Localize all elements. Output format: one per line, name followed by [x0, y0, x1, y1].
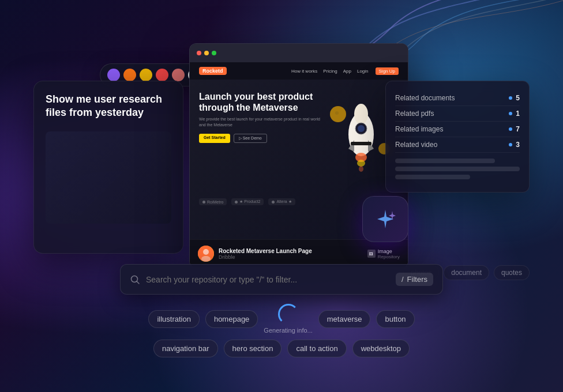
website-hero: Launch your best product through the Met… — [190, 80, 408, 195]
website-info-left: Rocketed Metaverse Launch Page Dribble — [198, 246, 312, 262]
search-input[interactable] — [146, 275, 390, 284]
svg-point-5 — [357, 160, 365, 167]
nav-link-1: How it works — [291, 69, 317, 74]
svg-point-1 — [354, 104, 368, 125]
related-item-2: Related images 7 — [395, 122, 520, 137]
search-icon — [130, 274, 140, 285]
tags-row: illustration homepage Generating info...… — [120, 304, 443, 334]
tag-button[interactable]: button — [376, 310, 414, 328]
loading-spinner — [278, 304, 299, 325]
related-pdfs-label: Related pdfs — [395, 110, 434, 118]
svg-point-14 — [132, 276, 138, 282]
website-nav: Rocketd How it works Pricing App Login S… — [190, 62, 408, 80]
related-dot-0 — [509, 96, 512, 100]
website-hero-title: Launch your best product through the Met… — [199, 91, 324, 113]
related-docs-count: 5 — [516, 94, 520, 102]
blur-line-3 — [395, 175, 470, 179]
related-video-count: 3 — [516, 141, 520, 149]
left-card: Show me user research files from yesterd… — [33, 81, 183, 254]
related-docs-label: Related documents — [395, 94, 455, 102]
svg-point-6 — [359, 166, 363, 172]
filter-button[interactable]: / Filters — [396, 273, 433, 286]
tag-webdesktop[interactable]: webdesktop — [352, 340, 410, 357]
svg-point-3 — [358, 125, 365, 132]
related-dot-3 — [509, 143, 512, 146]
browser-dots — [197, 51, 216, 55]
color-dot-3 — [140, 69, 152, 81]
left-card-title: Show me user research files from yesterd… — [46, 93, 171, 120]
browser-dot-red — [197, 51, 201, 55]
filter-slash: / — [401, 275, 404, 284]
browser-dot-green — [212, 51, 216, 55]
website-info-right: 🖼 Image Repository — [367, 248, 400, 259]
info-source: Dribble — [219, 254, 312, 260]
svg-point-12 — [203, 249, 209, 255]
info-title: Rocketed Metaverse Launch Page — [219, 248, 312, 254]
svg-point-13 — [201, 256, 211, 262]
info-right-label: Image Repository — [378, 248, 400, 259]
related-item-3: Related video 3 — [395, 137, 520, 153]
tag-homepage[interactable]: homepage — [205, 310, 258, 328]
related-images-label: Related images — [395, 125, 443, 133]
tag-illustration[interactable]: illustration — [148, 310, 200, 328]
website-cta-primary[interactable]: Get Started — [199, 134, 230, 143]
website-hero-text: Launch your best product through the Met… — [199, 91, 324, 143]
ai-icon-card — [362, 196, 408, 242]
blurred-text-area — [395, 159, 520, 179]
website-info-avatar — [198, 246, 214, 262]
nav-cta-button[interactable]: Sign Up — [376, 67, 399, 75]
edge-tag-quotes[interactable]: quotes — [494, 265, 530, 280]
website-hero-subtitle: We provide the best launch for your meta… — [199, 116, 324, 128]
related-images-count: 7 — [516, 125, 520, 133]
website-info-bar: Rocketed Metaverse Launch Page Dribble 🖼… — [190, 239, 408, 267]
related-dot-2 — [509, 127, 512, 131]
badge-1: RoiMetro — [199, 198, 227, 205]
related-pdfs-count: 1 — [516, 110, 520, 118]
filter-label: Filters — [407, 275, 427, 284]
related-dot-1 — [509, 112, 512, 115]
related-item-0: Related documents 5 — [395, 91, 520, 106]
nav-link-4: Login — [357, 69, 369, 74]
color-dot-2 — [123, 69, 136, 81]
edge-tag-document[interactable]: document — [444, 265, 489, 280]
search-area: / Filters illustration homepage Generati… — [120, 264, 443, 357]
browser-dot-yellow — [204, 51, 209, 55]
color-dot-1 — [107, 69, 120, 81]
badge-3: Altera ★ — [268, 198, 295, 205]
ai-sparkle-icon — [371, 205, 399, 233]
svg-point-9 — [335, 111, 339, 115]
badge-2: ★ Product2 — [231, 198, 264, 205]
tag-navigation-bar[interactable]: navigation bar — [153, 340, 218, 357]
svg-rect-7 — [351, 142, 371, 145]
right-card: Related documents 5 Related pdfs 1 Relat… — [385, 81, 530, 193]
nav-link-3: App — [343, 69, 351, 74]
website-info-text: Rocketed Metaverse Launch Page Dribble — [219, 248, 312, 260]
browser-bar — [190, 44, 408, 62]
related-item-1: Related pdfs 1 — [395, 106, 520, 122]
website-nav-links: How it works Pricing App Login — [291, 69, 369, 74]
image-icon: 🖼 — [367, 250, 376, 258]
color-dot-4 — [156, 69, 168, 81]
related-video-label: Related video — [395, 141, 437, 149]
website-cta-secondary[interactable]: ▷ See Demo — [234, 134, 267, 143]
website-hero-buttons: Get Started ▷ See Demo — [199, 134, 324, 143]
color-dot-5 — [172, 69, 185, 81]
blur-line-1 — [395, 159, 495, 163]
generating-loader: Generating info... — [264, 304, 312, 334]
website-logo: Rocketd — [199, 67, 227, 75]
nav-link-2: Pricing — [323, 69, 337, 74]
tag-call-to-action[interactable]: call to action — [287, 340, 346, 357]
left-card-image — [46, 131, 171, 224]
tag-metaverse[interactable]: metaverse — [318, 310, 371, 328]
blur-line-2 — [395, 167, 520, 171]
generating-text: Generating info... — [264, 327, 312, 334]
search-bar: / Filters — [120, 264, 443, 295]
tag-hero-section[interactable]: hero section — [224, 340, 282, 357]
main-container: Show me user research files from yesterd… — [0, 0, 563, 392]
tags-row-2: navigation bar hero section call to acti… — [120, 340, 443, 357]
